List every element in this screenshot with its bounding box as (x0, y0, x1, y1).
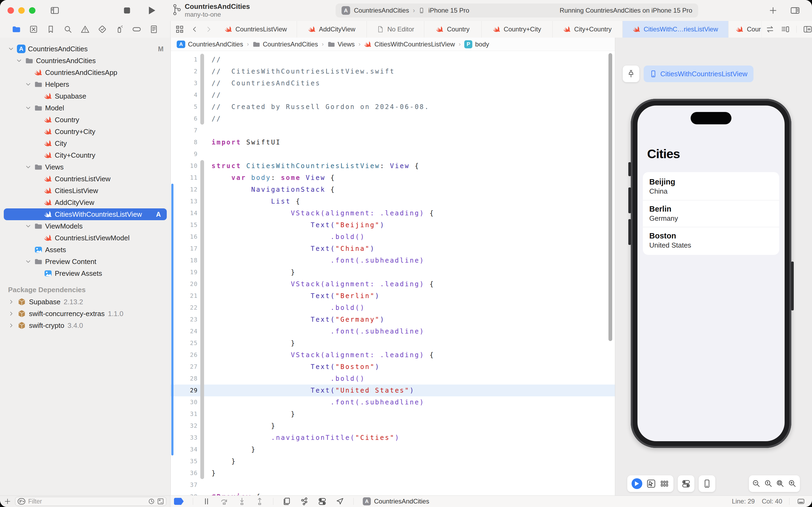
minimize-window-button[interactable] (18, 7, 25, 14)
breadcrumb-item[interactable]: CountriesAndCities (253, 41, 318, 48)
zoom-out-icon[interactable] (752, 479, 761, 488)
run-button[interactable] (147, 5, 157, 16)
step-over-icon[interactable] (220, 497, 229, 506)
disclosure-chevron-icon[interactable] (25, 81, 32, 88)
step-into-icon[interactable] (238, 497, 246, 506)
add-file-button[interactable] (4, 498, 11, 505)
source-editor[interactable]: 1//2// CitiesWithCountriesListView.swift… (171, 51, 615, 496)
zoom-fit-icon[interactable] (776, 479, 785, 488)
filter-field[interactable] (15, 497, 167, 506)
disclosure-chevron-icon[interactable] (25, 164, 32, 171)
split-editor-icon[interactable] (803, 25, 812, 34)
folder-filled-navigator-icon[interactable] (12, 25, 21, 34)
simulate-location-icon[interactable] (336, 497, 344, 506)
toggle-navigator-icon[interactable] (50, 6, 60, 15)
sidebar-item-model[interactable]: Model (0, 102, 171, 114)
pill-scheme-label[interactable]: CountriesAndCities (354, 7, 409, 14)
sidebar-item-views[interactable]: Views (0, 161, 171, 173)
sidebar-item-preview-content[interactable]: Preview Content (0, 256, 171, 268)
tab-citieswithc-rieslistview[interactable]: CitiesWithC…riesListView (623, 21, 729, 38)
disclosure-chevron-icon[interactable] (15, 57, 22, 64)
pause-execution-icon[interactable] (202, 497, 211, 506)
recent-files-icon[interactable] (148, 498, 155, 505)
sidebar-item-supabase[interactable]: Supabase (0, 90, 171, 102)
tag-navigator-icon[interactable] (132, 25, 141, 34)
back-button[interactable] (191, 25, 198, 33)
tab-countrieslistview[interactable]: CountriesListView (215, 21, 297, 38)
spray-navigator-icon[interactable] (115, 25, 124, 34)
sidebar-item-countriesandcities[interactable]: CountriesAndCities (0, 55, 171, 67)
filter-input[interactable] (27, 498, 146, 505)
zoom-100-icon[interactable] (764, 479, 773, 488)
zoom-in-icon[interactable] (788, 479, 797, 488)
swap-editor-icon[interactable] (765, 25, 774, 34)
sidebar-item-countrieslistviewmodel[interactable]: CountriesListViewModel (0, 232, 171, 244)
add-editor-button[interactable] (768, 6, 777, 15)
breakpoints-toggle[interactable] (174, 498, 184, 505)
box-x-navigator-icon[interactable] (29, 25, 38, 34)
package-item-swift-crypto[interactable]: swift-crypto3.4.0 (0, 320, 83, 331)
search-navigator-icon[interactable] (63, 25, 72, 34)
pin-preview-button[interactable] (623, 65, 639, 82)
tab-country[interactable]: Country (424, 21, 482, 38)
sidebar-item-city[interactable]: City (0, 137, 171, 149)
device-settings-button[interactable] (682, 479, 691, 488)
selectable-preview-button[interactable] (647, 479, 656, 488)
sidebar-item-assets[interactable]: Assets (0, 244, 171, 256)
disclosure-chevron-icon[interactable] (8, 299, 14, 305)
diamond-check-navigator-icon[interactable] (98, 25, 107, 34)
pill-destination-label[interactable]: iPhone 15 Pro (428, 7, 469, 14)
tab-city-country[interactable]: City+Country (553, 21, 623, 38)
editor-options-icon[interactable] (781, 25, 790, 34)
related-items-icon[interactable] (175, 25, 184, 34)
view-hierarchy-icon[interactable] (283, 497, 291, 506)
keyboard-icon[interactable] (797, 497, 806, 505)
close-window-button[interactable] (7, 7, 14, 14)
warning-navigator-icon[interactable] (80, 25, 90, 34)
sidebar-item-addcityview[interactable]: AddCityView (0, 196, 171, 208)
sidebar-item-countrieslistview[interactable]: CountriesListView (0, 173, 171, 185)
sidebar-item-citieswithcountrieslistview[interactable]: CitiesWithCountriesListViewA (4, 208, 167, 220)
disclosure-chevron-icon[interactable] (8, 322, 14, 329)
step-out-icon[interactable] (255, 497, 264, 506)
sidebar-item-countriesandcities[interactable]: ACountriesAndCitiesM (0, 43, 171, 55)
breadcrumb-item[interactable]: CitiesWithCountriesListView (364, 41, 455, 48)
sidebar-item-helpers[interactable]: Helpers (0, 78, 171, 90)
scheme-info[interactable]: CountriesAndCities many-to-one (172, 2, 250, 18)
disclosure-chevron-icon[interactable] (8, 311, 14, 317)
report-navigator-icon[interactable] (149, 25, 159, 34)
breadcrumb-item[interactable]: ACountriesAndCities (177, 41, 243, 48)
running-app-entry[interactable]: A CountriesAndCities (363, 497, 429, 505)
sidebar-item-country-city[interactable]: Country+City (0, 126, 171, 137)
sidebar-item-viewmodels[interactable]: ViewModels (0, 220, 171, 232)
tab-addcityview[interactable]: AddCityView (297, 21, 367, 38)
memory-graph-icon[interactable] (300, 497, 309, 506)
tab-country-city[interactable]: Country+City (482, 21, 553, 38)
sidebar-item-preview-assets[interactable]: Preview Assets (0, 268, 171, 279)
disclosure-chevron-icon[interactable] (25, 258, 32, 265)
editor-scrollbar[interactable] (608, 53, 612, 341)
toggle-inspector-icon[interactable] (789, 6, 801, 15)
sidebar-item-country[interactable]: Country (0, 114, 171, 126)
forward-button[interactable] (205, 25, 212, 33)
tab-no-editor[interactable]: No Editor (367, 21, 424, 38)
disclosure-chevron-icon[interactable] (7, 45, 14, 52)
package-item-swift-concurrency-extras[interactable]: swift-concurrency-extras1.1.0 (0, 308, 123, 320)
sidebar-item-city-country[interactable]: City+Country (0, 149, 171, 161)
preview-device-button[interactable] (702, 479, 711, 488)
source-control-filter-icon[interactable] (157, 498, 164, 505)
disclosure-chevron-icon[interactable] (25, 105, 32, 111)
stop-button[interactable] (122, 6, 132, 15)
scheme-destination-pill[interactable]: A CountriesAndCities › iPhone 15 Pro Run… (336, 3, 698, 17)
sidebar-item-countriesandcitiesapp[interactable]: CountriesAndCitiesApp (0, 67, 171, 78)
live-preview-button[interactable] (632, 478, 642, 489)
bookmark-navigator-icon[interactable] (46, 25, 55, 34)
preview-target-chip[interactable]: CitiesWithCountriesListView (644, 65, 753, 82)
variants-button[interactable] (660, 479, 669, 488)
breadcrumb-item[interactable]: Views (328, 41, 355, 48)
zoom-window-button[interactable] (29, 7, 36, 14)
disclosure-chevron-icon[interactable] (25, 223, 32, 230)
package-item-supabase[interactable]: Supabase2.13.2 (0, 296, 83, 308)
breadcrumb-item[interactable]: Pbody (464, 40, 489, 48)
sidebar-item-citieslistview[interactable]: CitiesListView (0, 185, 171, 196)
